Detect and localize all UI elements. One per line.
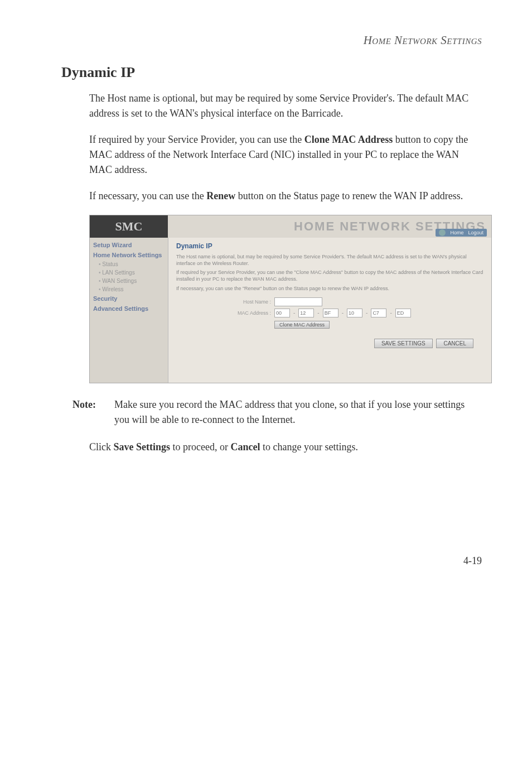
mac-input-1[interactable]: [274, 309, 290, 317]
ss-home-link[interactable]: Home: [450, 230, 463, 235]
save-settings-button[interactable]: SAVE SETTINGS: [374, 339, 433, 348]
sidebar-item-wireless[interactable]: Wireless: [90, 285, 168, 293]
mac-input-3[interactable]: [323, 309, 338, 317]
mac-input-6[interactable]: [395, 309, 411, 317]
final-mid: to proceed, or: [170, 441, 230, 453]
ss-sidebar: Setup Wizard Home Network Settings Statu…: [90, 238, 168, 383]
heading-dynamic-ip: Dynamic IP: [61, 64, 482, 81]
para3-post: button on the Status page to renew the W…: [235, 190, 463, 201]
mac-sep-1: -: [293, 310, 295, 316]
ss-topbar: SMC HOME NETWORK SETTINGS Home Logout: [90, 215, 491, 238]
ss-title-area: HOME NETWORK SETTINGS Home Logout: [168, 215, 491, 238]
note-block: Note: Make sure you record the MAC addre…: [72, 397, 482, 427]
cancel-button[interactable]: CANCEL: [436, 339, 473, 348]
para2-pre: If required by your Service Provider, yo…: [89, 134, 304, 145]
sidebar-item-home-network[interactable]: Home Network Settings: [90, 250, 168, 260]
ss-bottom-buttons: SAVE SETTINGS CANCEL: [176, 329, 483, 358]
para2-bold: Clone MAC Address: [304, 134, 393, 145]
ss-desc2: If required by your Service Provider, yo…: [176, 269, 483, 282]
sidebar-item-advanced[interactable]: Advanced Settings: [90, 304, 168, 314]
final-paragraph: Click Save Settings to proceed, or Cance…: [89, 440, 482, 455]
gear-icon: [439, 229, 446, 236]
final-pre: Click: [89, 441, 114, 453]
paragraph-2: If required by your Service Provider, yo…: [89, 132, 482, 177]
sidebar-item-lan[interactable]: LAN Settings: [90, 268, 168, 277]
final-b2: Cancel: [230, 441, 260, 453]
clone-mac-button[interactable]: Clone MAC Address: [274, 321, 330, 329]
mac-label: MAC Address :: [232, 310, 271, 316]
mac-sep-4: -: [366, 310, 367, 316]
ss-form: Host Name : MAC Address : - - - -: [232, 297, 483, 329]
page-number: 4-19: [61, 555, 482, 567]
ss-logout-link[interactable]: Logout: [468, 230, 483, 235]
final-post: to change your settings.: [260, 441, 357, 453]
sidebar-item-wan[interactable]: WAN Settings: [90, 277, 168, 285]
paragraph-1: The Host name is optional, but may be re…: [89, 91, 482, 121]
ss-toplinks: Home Logout: [436, 229, 487, 237]
sidebar-item-setup-wizard[interactable]: Setup Wizard: [90, 240, 168, 250]
mac-sep-5: -: [390, 310, 391, 316]
ss-desc3: If necessary, you can use the "Renew" bu…: [176, 285, 483, 292]
header-section-label: Home Network Settings: [61, 33, 482, 47]
sidebar-item-status[interactable]: Status: [90, 260, 168, 268]
row-mac: MAC Address : - - - - -: [232, 309, 483, 317]
embedded-screenshot: SMC HOME NETWORK SETTINGS Home Logout Se…: [89, 215, 492, 383]
mac-sep-3: -: [342, 310, 344, 316]
hostname-label: Host Name :: [232, 299, 271, 305]
para3-pre: If necessary, you can use the: [89, 190, 206, 201]
note-text: Make sure you record the MAC address tha…: [114, 397, 482, 427]
paragraph-3: If necessary, you can use the Renew butt…: [89, 189, 482, 204]
mac-input-2[interactable]: [298, 309, 314, 317]
mac-input-4[interactable]: [347, 309, 362, 317]
ss-content-title: Dynamic IP: [176, 242, 483, 250]
mac-input-5[interactable]: [371, 309, 386, 317]
ss-desc1: The Host name is optional, but may be re…: [176, 253, 483, 267]
hostname-input[interactable]: [274, 297, 322, 306]
final-b1: Save Settings: [114, 441, 171, 453]
mac-sep-2: -: [317, 310, 319, 316]
ss-body: Setup Wizard Home Network Settings Statu…: [90, 238, 491, 383]
ss-logo: SMC: [90, 215, 168, 238]
para3-bold: Renew: [206, 190, 235, 201]
row-hostname: Host Name :: [232, 297, 483, 306]
note-label: Note:: [72, 397, 109, 427]
sidebar-item-security[interactable]: Security: [90, 293, 168, 304]
ss-content: Dynamic IP The Host name is optional, bu…: [168, 238, 491, 383]
